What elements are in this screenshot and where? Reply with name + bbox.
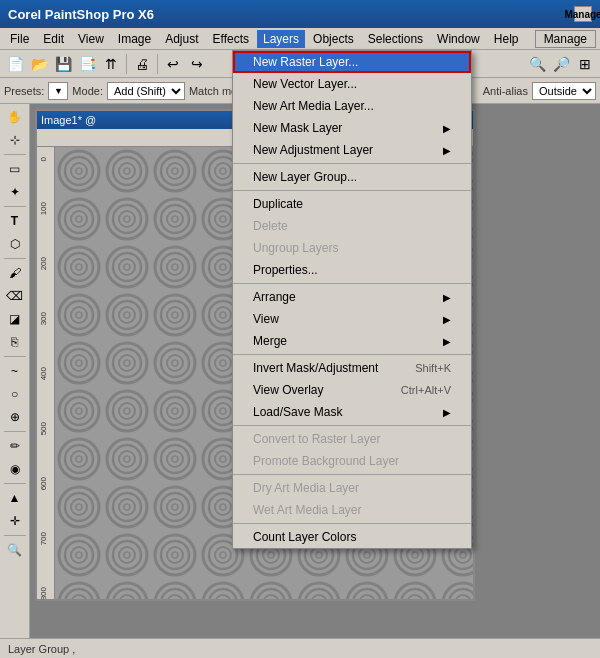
tool-magic-wand[interactable]: ✦ [3, 181, 27, 203]
ruler-left: 0 100 200 300 400 500 600 700 800 [37, 147, 55, 599]
menu-view[interactable]: View ▶ [233, 308, 471, 330]
menu-view[interactable]: View [72, 30, 110, 48]
tool-deform[interactable]: ✋ [3, 106, 27, 128]
menu-new-mask-layer[interactable]: New Mask Layer ▶ [233, 117, 471, 139]
undo-btn[interactable]: ↩ [162, 53, 184, 75]
menu-ungroup-layers: Ungroup Layers [233, 237, 471, 259]
tool-paint[interactable]: 🖌 [3, 262, 27, 284]
new-mask-arrow: ▶ [443, 123, 451, 134]
title-bar-buttons: Manage [574, 6, 592, 22]
tool-text[interactable]: T [3, 210, 27, 232]
layers-dropdown-menu: New Raster Layer... New Vector Layer... … [232, 50, 472, 549]
new-file-btn[interactable]: 📄 [4, 53, 26, 75]
new-adjustment-arrow: ▶ [443, 145, 451, 156]
new-raster-label: New Raster Layer... [253, 55, 358, 69]
tool-eraser[interactable]: ⌫ [3, 285, 27, 307]
menu-adjust[interactable]: Adjust [159, 30, 204, 48]
menu-new-vector-layer[interactable]: New Vector Layer... [233, 73, 471, 95]
save-btn[interactable]: 💾 [52, 53, 74, 75]
menu-invert-mask[interactable]: Invert Mask/Adjustment Shift+K [233, 357, 471, 379]
delete-label: Delete [253, 219, 288, 233]
duplicate-label: Duplicate [253, 197, 303, 211]
menu-help[interactable]: Help [488, 30, 525, 48]
tool-selection[interactable]: ▭ [3, 158, 27, 180]
tool-fill[interactable]: ◪ [3, 308, 27, 330]
redo-btn[interactable]: ↪ [186, 53, 208, 75]
menu-objects[interactable]: Objects [307, 30, 360, 48]
view-full-btn[interactable]: ⊞ [574, 53, 596, 75]
menu-arrange[interactable]: Arrange ▶ [233, 286, 471, 308]
menu-new-art-media-layer[interactable]: New Art Media Layer... [233, 95, 471, 117]
menu-merge[interactable]: Merge ▶ [233, 330, 471, 352]
new-adjustment-label: New Adjustment Layer [253, 143, 373, 157]
mode-select[interactable]: Add (Shift) [107, 82, 185, 100]
menu-edit[interactable]: Edit [37, 30, 70, 48]
tool-pen[interactable]: ✏ [3, 435, 27, 457]
menu-view-overlay[interactable]: View Overlay Ctrl+Alt+V [233, 379, 471, 401]
menu-duplicate[interactable]: Duplicate [233, 193, 471, 215]
status-text: Layer Group , [8, 643, 75, 655]
outside-select[interactable]: Outside [532, 82, 596, 100]
manage-top-button[interactable]: Manage [535, 30, 596, 48]
menu-effects[interactable]: Effects [207, 30, 255, 48]
menu-wet-art: Wet Art Media Layer [233, 499, 471, 521]
tool-color-replace[interactable]: ▲ [3, 487, 27, 509]
convert-raster-label: Convert to Raster Layer [253, 432, 380, 446]
tools-panel: ✋ ⊹ ▭ ✦ T ⬡ 🖌 ⌫ ◪ ⎘ ~ ○ ⊕ ✏ ◉ ▲ ✛ 🔍 [0, 104, 30, 638]
manage-button[interactable]: Manage [574, 6, 592, 22]
tool-crop[interactable]: ⊹ [3, 129, 27, 151]
menu-file[interactable]: File [4, 30, 35, 48]
view-overlay-shortcut: Ctrl+Alt+V [401, 384, 451, 396]
tool-pan[interactable]: ✛ [3, 510, 27, 532]
arrange-label: Arrange [253, 290, 296, 304]
menu-layers[interactable]: Layers [257, 30, 305, 48]
share-btn[interactable]: ⇈ [100, 53, 122, 75]
tool-shape[interactable]: ⬡ [3, 233, 27, 255]
tools-sep-1 [4, 154, 26, 155]
menu-selections[interactable]: Selections [362, 30, 429, 48]
open-file-btn[interactable]: 📂 [28, 53, 50, 75]
promote-background-label: Promote Background Layer [253, 454, 399, 468]
menu-new-layer-group[interactable]: New Layer Group... [233, 166, 471, 188]
menu-new-raster-layer[interactable]: New Raster Layer... [233, 51, 471, 73]
image-window-title: Image1* @ [41, 114, 96, 126]
tools-sep-2 [4, 206, 26, 207]
menu-sep-2 [233, 190, 471, 191]
menu-new-adjustment-layer[interactable]: New Adjustment Layer ▶ [233, 139, 471, 161]
zoom-in-btn[interactable]: 🔎 [550, 53, 572, 75]
save-as-btn[interactable]: 📑 [76, 53, 98, 75]
menu-count-colors[interactable]: Count Layer Colors [233, 526, 471, 548]
mode-label: Mode: [72, 85, 103, 97]
load-save-mask-arrow: ▶ [443, 407, 451, 418]
tool-redeye[interactable]: ◉ [3, 458, 27, 480]
wet-art-label: Wet Art Media Layer [253, 503, 362, 517]
tools-sep-6 [4, 483, 26, 484]
menu-window[interactable]: Window [431, 30, 486, 48]
menu-image[interactable]: Image [112, 30, 157, 48]
tools-sep-7 [4, 535, 26, 536]
new-vector-label: New Vector Layer... [253, 77, 357, 91]
tool-clone[interactable]: ⎘ [3, 331, 27, 353]
view-overlay-label: View Overlay [253, 383, 323, 397]
tool-warp[interactable]: ⊕ [3, 406, 27, 428]
menu-load-save-mask[interactable]: Load/Save Mask ▶ [233, 401, 471, 423]
print-btn[interactable]: 🖨 [131, 53, 153, 75]
tool-zoom[interactable]: 🔍 [3, 539, 27, 561]
arrange-arrow: ▶ [443, 292, 451, 303]
menu-properties[interactable]: Properties... [233, 259, 471, 281]
menu-dry-art: Dry Art Media Layer [233, 477, 471, 499]
presets-selector[interactable]: ▼ [48, 82, 68, 100]
tool-dodge[interactable]: ○ [3, 383, 27, 405]
dry-art-label: Dry Art Media Layer [253, 481, 359, 495]
new-mask-label: New Mask Layer [253, 121, 342, 135]
ungroup-label: Ungroup Layers [253, 241, 338, 255]
menu-convert-raster: Convert to Raster Layer [233, 428, 471, 450]
menu-sep-4 [233, 354, 471, 355]
new-layer-group-label: New Layer Group... [253, 170, 357, 184]
tool-smudge[interactable]: ~ [3, 360, 27, 382]
menu-promote-background: Promote Background Layer [233, 450, 471, 472]
menu-sep-1 [233, 163, 471, 164]
zoom-out-btn[interactable]: 🔍 [526, 53, 548, 75]
new-art-media-label: New Art Media Layer... [253, 99, 374, 113]
menu-sep-7 [233, 523, 471, 524]
